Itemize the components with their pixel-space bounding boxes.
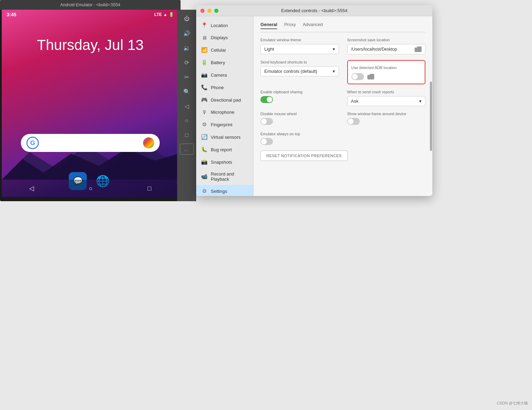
adb-folder-button[interactable] bbox=[367, 74, 374, 79]
tab-advanced[interactable]: Advanced bbox=[303, 22, 323, 29]
adb-toggle[interactable] bbox=[351, 73, 364, 80]
back-gesture[interactable]: ◁ bbox=[181, 100, 193, 112]
ec-navigation: 📍 Location 🖥 Displays 📶 Cellular 🔋 Batte… bbox=[196, 16, 253, 196]
clipboard-label: Enable clipboard sharing bbox=[260, 90, 339, 94]
nav-phone[interactable]: 📞 Phone bbox=[196, 81, 253, 94]
android-title: Android Emulator - <build>:5554 bbox=[3, 2, 177, 7]
nav-camera[interactable]: 📷 Camera bbox=[196, 69, 253, 81]
volume-down-button[interactable]: 🔉 bbox=[181, 42, 193, 54]
nav-record-label: Record and Playback bbox=[211, 171, 248, 182]
fingerprint-icon: ⚙ bbox=[201, 121, 207, 128]
reset-notification-button[interactable]: RESET NOTIFICATION PREFERENCES bbox=[260, 151, 348, 161]
nav-battery[interactable]: 🔋 Battery bbox=[196, 56, 253, 69]
settings-icon: ⚙ bbox=[201, 188, 207, 194]
nav-microphone-label: Microphone bbox=[211, 110, 234, 115]
square-gesture[interactable]: □ bbox=[181, 129, 193, 142]
scrollbar-track bbox=[430, 5, 432, 196]
android-emulator-window: Android Emulator - <build>:5554 3:45 LTE… bbox=[0, 0, 181, 201]
settings-tabs: General Proxy Advanced bbox=[260, 22, 425, 32]
camera-icon: 📷 bbox=[201, 72, 207, 78]
nav-fingerprint-label: Fingerprint bbox=[211, 122, 232, 127]
ec-content-panel: General Proxy Advanced Emulator window t… bbox=[253, 16, 432, 196]
keyboard-value: Emulator controls (default) bbox=[264, 69, 317, 74]
tab-general[interactable]: General bbox=[260, 22, 277, 29]
settings-grid: Emulator window theme Light ▾ Screenshot… bbox=[260, 38, 425, 146]
android-screen: 3:45 LTE ▲ 🔋 Thursday, Jul 13 G 💬 🌐 bbox=[2, 10, 179, 197]
extended-controls-titlebar: Extended controls - <build>:5554 bbox=[196, 5, 432, 16]
nav-displays[interactable]: 🖥 Displays bbox=[196, 32, 253, 44]
crash-chevron-icon: ▾ bbox=[419, 99, 422, 104]
windowframe-section: Show window frame around device bbox=[347, 112, 426, 126]
bug-icon: 🐛 bbox=[201, 146, 207, 153]
mousewheel-toggle[interactable] bbox=[260, 118, 273, 125]
maximize-button[interactable] bbox=[214, 9, 218, 13]
screenshot-path-value: /Users/localhost/Desktop bbox=[351, 47, 397, 52]
alwaysontop-toggle[interactable] bbox=[260, 138, 273, 145]
clock: 3:45 bbox=[7, 12, 16, 17]
power-button[interactable]: ⏻ bbox=[181, 12, 193, 25]
volume-up-button[interactable]: 🔊 bbox=[181, 27, 193, 40]
battery-icon: 🔋 bbox=[169, 12, 174, 17]
nav-battery-label: Battery bbox=[211, 60, 225, 65]
zoom-button[interactable]: 🔍 bbox=[181, 85, 193, 98]
battery-nav-icon: 🔋 bbox=[201, 59, 207, 66]
nav-directional-pad[interactable]: 🎮 Directional pad bbox=[196, 94, 253, 106]
adb-label: Use detected ADB location bbox=[351, 66, 397, 70]
theme-dropdown[interactable]: Light ▾ bbox=[260, 44, 339, 54]
keyboard-dropdown[interactable]: Emulator controls (default) ▾ bbox=[260, 66, 339, 76]
crash-label: When to send crash reports bbox=[347, 90, 426, 94]
tab-proxy[interactable]: Proxy bbox=[284, 22, 296, 29]
home-button[interactable]: ○ bbox=[89, 185, 93, 192]
theme-label: Emulator window theme bbox=[260, 38, 339, 42]
dpad-icon: 🎮 bbox=[201, 97, 207, 103]
recents-button[interactable]: □ bbox=[148, 185, 151, 192]
windowframe-toggle[interactable] bbox=[347, 118, 360, 125]
chevron-down-icon: ▾ bbox=[333, 46, 335, 52]
crash-value: Ask bbox=[351, 99, 359, 104]
nav-bug-report[interactable]: 🐛 Bug report bbox=[196, 143, 253, 156]
nav-virtual-sensors[interactable]: 🔄 Virtual sensors bbox=[196, 131, 253, 143]
home-gesture[interactable]: ○ bbox=[181, 114, 193, 127]
nav-microphone[interactable]: 🎙 Microphone bbox=[196, 106, 253, 118]
google-search-bar[interactable]: G bbox=[21, 134, 160, 152]
nav-location[interactable]: 📍 Location bbox=[196, 19, 253, 32]
screenshot-label: Screenshot save location bbox=[347, 38, 426, 42]
more-button[interactable]: ... bbox=[180, 144, 194, 155]
close-button[interactable] bbox=[200, 9, 205, 13]
nav-dpad-label: Directional pad bbox=[211, 97, 241, 103]
network-label: LTE bbox=[154, 12, 162, 17]
scrollbar-thumb[interactable] bbox=[430, 82, 432, 151]
nav-fingerprint[interactable]: ⚙ Fingerprint bbox=[196, 118, 253, 131]
back-button[interactable]: ◁ bbox=[29, 185, 34, 192]
nav-snapshot-label: Snapshots bbox=[211, 160, 232, 165]
keyboard-label: Send keyboard shortcuts to bbox=[260, 60, 339, 64]
nav-sensors-label: Virtual sensors bbox=[211, 135, 241, 140]
microphone-icon: 🎙 bbox=[201, 109, 207, 115]
phone-icon: 📞 bbox=[201, 84, 207, 91]
nav-bug-label: Bug report bbox=[211, 147, 232, 152]
nav-record-playback[interactable]: 📹 Record and Playback bbox=[196, 168, 253, 185]
alwaysontop-section: Emulator always on top bbox=[260, 132, 339, 146]
google-assistant-icon bbox=[143, 137, 154, 148]
snapshot-icon: 📸 bbox=[201, 159, 207, 165]
displays-icon: 🖥 bbox=[201, 35, 207, 41]
theme-value: Light bbox=[264, 46, 274, 52]
nav-cellular[interactable]: 📶 Cellular bbox=[196, 44, 253, 56]
adb-section: Use detected ADB location bbox=[347, 60, 426, 84]
nav-camera-label: Camera bbox=[211, 72, 227, 78]
sensors-icon: 🔄 bbox=[201, 134, 207, 140]
nav-location-label: Location bbox=[211, 23, 228, 28]
alwaysontop-label: Emulator always on top bbox=[260, 132, 339, 136]
nav-displays-label: Displays bbox=[211, 35, 228, 40]
minimize-button[interactable] bbox=[207, 9, 211, 13]
nav-snapshots[interactable]: 📸 Snapshots bbox=[196, 156, 253, 168]
screenshot-folder-button[interactable] bbox=[415, 46, 422, 52]
windowframe-label: Show window frame around device bbox=[347, 112, 426, 116]
screenshot-section: Screenshot save location /Users/localhos… bbox=[347, 38, 426, 54]
screenshot-button[interactable]: ✂ bbox=[181, 71, 193, 83]
clipboard-toggle[interactable] bbox=[260, 96, 273, 103]
crash-dropdown[interactable]: Ask ▾ bbox=[347, 96, 426, 106]
rotate-button[interactable]: ⟳ bbox=[181, 56, 193, 69]
nav-settings[interactable]: ⚙ Settings bbox=[196, 185, 253, 196]
mousewheel-label: Disable mouse wheel bbox=[260, 112, 339, 116]
